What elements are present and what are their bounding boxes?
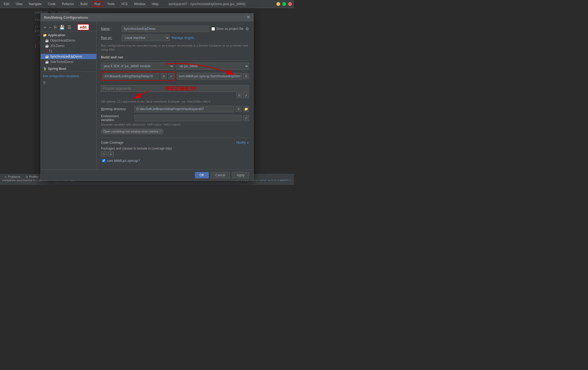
edit-annotation: edit (77, 24, 89, 30)
ok-button[interactable]: OK (195, 172, 209, 178)
dialog-footer: OK Cancel Apply (41, 170, 253, 180)
run-debug-configurations-dialog: Run/Debug Configurations ✕ + − ⎘ 💾 ☰ 📁 A… (40, 13, 254, 181)
menu-edit[interactable]: Edit (2, 2, 11, 6)
config-icon: ✗ (45, 49, 48, 53)
apply-button[interactable]: Apply (232, 172, 249, 178)
dialog-overlay: Run/Debug Configurations ✕ + − ⎘ 💾 ☰ 📁 A… (0, 8, 294, 174)
menu-build[interactable]: Build (79, 2, 89, 6)
env-vars-row: Environment variables: ⤢ (101, 114, 249, 122)
prog-args-expand-button[interactable]: ⤢ (243, 92, 249, 98)
menu-help[interactable]: Help (150, 2, 160, 6)
vm-options-input[interactable] (102, 73, 159, 80)
sdk-select[interactable]: java 8 SDK of 'juc_bilibili' module (101, 63, 174, 70)
store-as-project-checkbox[interactable] (211, 27, 215, 31)
help-button[interactable]: ? (43, 81, 45, 86)
tab-profiler[interactable]: ⊙ Profiler (23, 175, 40, 179)
program-args-input[interactable] (101, 85, 249, 92)
edit-config-templates-link[interactable]: Edit configuration templates... (43, 74, 81, 78)
dialog-titlebar: Run/Debug Configurations ✕ (41, 14, 253, 21)
cp-select[interactable]: -cp juc_bilibili (176, 63, 249, 70)
chip-remove-button[interactable]: × (159, 130, 161, 133)
chip-label: Open run/debug tool window when started (103, 130, 158, 133)
coverage-packages-label: Packages and classes to include in cover… (101, 147, 249, 150)
program-args-row: ⎘ ⤢ (101, 85, 249, 98)
config-label: SaleTicketDemo (50, 60, 74, 64)
gear-icon[interactable]: ⚙ (246, 27, 249, 31)
config-label: T1 (49, 49, 52, 53)
config-synchronizedupDemo[interactable]: ☕ SynchronizedUpDemo (41, 54, 96, 59)
menu-vcs[interactable]: VCS (120, 2, 129, 6)
application-label: Application (48, 33, 65, 37)
spring-boot-label: Spring Boot (48, 67, 66, 71)
name-input[interactable] (122, 26, 209, 32)
minimize-button[interactable] (276, 2, 280, 6)
coverage-remove-button[interactable]: − (101, 151, 107, 157)
env-vars-expand-button[interactable]: ⤢ (243, 115, 249, 121)
add-config-button[interactable]: + (43, 25, 47, 30)
tool-window-chip: Open run/debug tool window when started … (101, 129, 164, 134)
config-label: SynchronizedUpDemo (50, 55, 82, 58)
env-vars-label: Environment variables: (101, 114, 133, 122)
spring-boot-section: 🍃 Spring Boot (41, 66, 96, 71)
window-controls (276, 2, 292, 6)
menu-window[interactable]: Window (132, 2, 147, 6)
main-class-copy-button[interactable]: ⎘ (243, 73, 249, 79)
application-folder-icon: 📁 (43, 33, 47, 37)
dialog-close-button[interactable]: ✕ (247, 15, 250, 19)
dialog-title: Run/Debug Configurations (44, 15, 88, 19)
menu-run[interactable]: Run (92, 1, 103, 7)
vm-copy-button[interactable]: ⎘ (161, 73, 167, 79)
save-config-button[interactable]: 💾 (59, 25, 66, 30)
coverage-item-label: com.bilibili.juc.syncup.* (107, 159, 140, 163)
working-dir-label: Working directory: (101, 107, 133, 111)
config-joldemo[interactable]: ☕ JOLDemo (41, 43, 96, 49)
prog-args-copy-button[interactable]: ⎘ (236, 92, 242, 98)
dialog-body: + − ⎘ 💾 ☰ 📁 Application ☕ ObjectHeadDemo… (41, 21, 253, 170)
vm-hint-text: VM options. CLI arguments to the 'Java' … (101, 100, 249, 103)
run-config-info: Run configurations may be executed local… (101, 44, 249, 52)
config-icon: ☕ (45, 44, 49, 48)
working-dir-row: Working directory: ⎘ 📁 (101, 106, 249, 112)
maximize-button[interactable] (282, 2, 286, 6)
config-objectheaddemo[interactable]: ☕ ObjectHeadDemo (41, 38, 96, 43)
working-dir-copy-button[interactable]: ⎘ (236, 106, 242, 112)
tab-problems[interactable]: ⚠ Problems (2, 175, 22, 179)
cancel-button[interactable]: Cancel (211, 172, 230, 178)
manage-targets-link[interactable]: Manage targets... (172, 36, 197, 40)
code-coverage-section: Code Coverage Modify ∨ Packages and clas… (101, 138, 249, 163)
run-on-select[interactable]: Local machine (122, 35, 170, 41)
store-as-project-checkbox-label[interactable]: Store as project file (211, 27, 243, 31)
ide-title: workspace07 - SynchronizedUpDemo.java [j… (169, 2, 245, 6)
name-row: Name: Store as project file ⚙ (101, 26, 249, 32)
env-hint-text: Separate variables with semicolon: VAR=v… (101, 123, 249, 126)
env-vars-input[interactable] (134, 115, 242, 121)
menu-tools[interactable]: Tools (106, 2, 116, 6)
close-button[interactable] (288, 2, 292, 6)
run-on-row: Run on: Local machine Manage targets... (101, 35, 249, 41)
menu-refactor[interactable]: Refactor (60, 2, 76, 6)
menu-code[interactable]: Code (46, 2, 57, 6)
vm-expand-button[interactable]: ⤢ (168, 73, 174, 79)
config-label: ObjectHeadDemo (50, 39, 75, 42)
right-panel: Name: Store as project file ⚙ Run on: Lo… (97, 21, 253, 170)
config-saleticketdemo[interactable]: ☕ SaleTicketDemo (41, 59, 96, 65)
coverage-item-checkbox[interactable] (102, 159, 105, 162)
working-dir-browse-button[interactable]: 📁 (243, 106, 249, 112)
coverage-buttons: − + (101, 151, 249, 157)
sort-config-button[interactable]: ☰ (67, 25, 72, 30)
left-panel: + − ⎘ 💾 ☰ 📁 Application ☕ ObjectHeadDemo… (41, 21, 97, 170)
coverage-add-button[interactable]: + (108, 151, 114, 157)
menu-navigate[interactable]: Navigate (27, 2, 43, 6)
working-dir-input[interactable] (134, 106, 234, 112)
name-label: Name: (101, 27, 120, 31)
code-coverage-modify-link[interactable]: Modify ∨ (236, 141, 249, 144)
remove-config-button[interactable]: − (48, 25, 52, 30)
coverage-packages: Packages and classes to include in cover… (101, 147, 249, 163)
vm-options-row: ⎘ ⤢ ⎘ (101, 72, 249, 83)
config-t1[interactable]: ✗ T1 (41, 49, 96, 54)
menu-view[interactable]: View (14, 2, 24, 6)
main-class-input[interactable] (177, 73, 242, 80)
copy-config-button[interactable]: ⎘ (53, 25, 58, 30)
store-as-project-label: Store as project file (216, 27, 243, 31)
menu-bar: Edit View Navigate Code Refactor Build R… (0, 0, 294, 8)
